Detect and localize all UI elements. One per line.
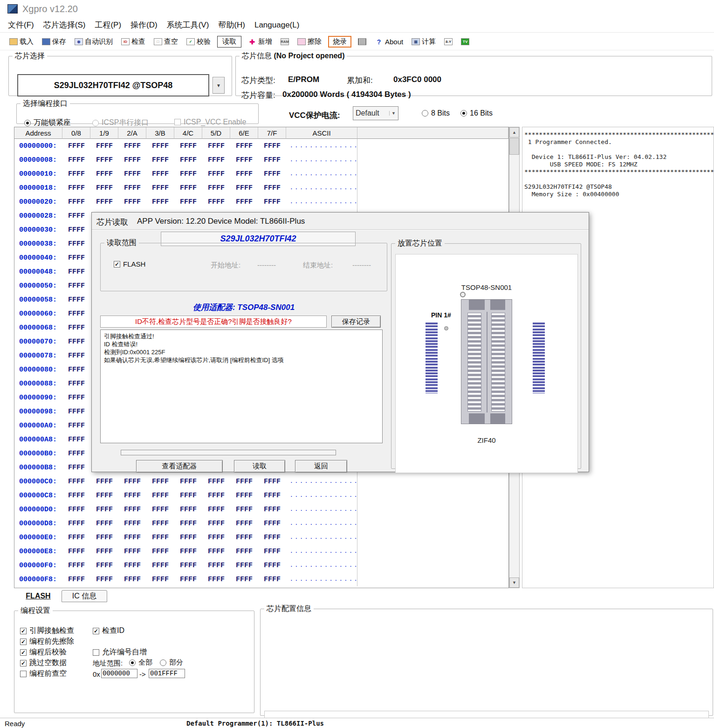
bits-8-radio[interactable]: 8 Bits xyxy=(422,109,450,117)
hex-cell[interactable]: FFFF xyxy=(230,170,258,178)
hex-cell[interactable]: FFFF xyxy=(118,170,146,178)
hex-cell[interactable]: FFFF xyxy=(258,142,286,150)
hex-cell[interactable]: FFFF xyxy=(90,534,118,542)
read-button[interactable]: 读取 xyxy=(217,36,241,48)
menu-item-6[interactable]: 帮助(H) xyxy=(214,18,249,32)
hex-cell[interactable]: FFFF xyxy=(258,492,286,500)
id-check-button[interactable]: ID检查 xyxy=(119,36,147,47)
hex-cell[interactable]: FFFF xyxy=(174,478,202,486)
hex-cell[interactable]: FFFF xyxy=(118,142,146,150)
hex-cell[interactable]: FFFF xyxy=(174,156,202,164)
tab-ic-info[interactable]: IC 信息 xyxy=(62,590,107,602)
skip-blank-data-checkbox[interactable]: 跳过空数据 xyxy=(20,658,67,668)
hex-cell[interactable]: FFFF xyxy=(202,492,230,500)
hex-cell[interactable]: FFFF xyxy=(62,156,90,164)
chip-select-combo[interactable]: S29JL032H70TFI42 @TSOP48 xyxy=(17,74,209,96)
hex-cell[interactable]: FFFF xyxy=(230,520,258,528)
hex-cell[interactable]: FFFF xyxy=(62,548,90,556)
hex-cell[interactable]: FFFF xyxy=(62,422,90,430)
hex-cell[interactable]: FFFF xyxy=(62,254,90,262)
hex-cell[interactable]: FFFF xyxy=(90,142,118,150)
hex-cell[interactable]: FFFF xyxy=(90,506,118,514)
hex-cell[interactable]: FFFF xyxy=(202,142,230,150)
hex-cell[interactable]: FFFF xyxy=(90,478,118,486)
hex-cell[interactable]: FFFF xyxy=(230,562,258,570)
hex-cell[interactable]: FFFF xyxy=(202,520,230,528)
hex-cell[interactable]: FFFF xyxy=(146,520,174,528)
verify-after-program-checkbox[interactable]: 编程后校验 xyxy=(20,647,67,657)
hex-cell[interactable]: FFFF xyxy=(90,184,118,192)
bits-16-radio[interactable]: 16 Bits xyxy=(460,109,493,117)
menu-item-4[interactable]: 操作(D) xyxy=(126,18,162,32)
load-button[interactable]: 载入 xyxy=(7,36,35,47)
blank-check-before-program-checkbox[interactable]: 编程前查空 xyxy=(20,669,67,679)
ram-button[interactable]: RAM xyxy=(279,37,291,46)
hex-cell[interactable]: FFFF xyxy=(146,170,174,178)
hex-cell[interactable]: FFFF xyxy=(258,548,286,556)
hex-cell[interactable]: FFFF xyxy=(118,478,146,486)
hex-cell[interactable]: FFFF xyxy=(174,198,202,206)
hex-cell[interactable]: FFFF xyxy=(174,142,202,150)
save-button[interactable]: 保存 xyxy=(40,36,68,47)
hex-cell[interactable]: FFFF xyxy=(202,156,230,164)
hex-cell[interactable]: FFFF xyxy=(118,198,146,206)
hex-cell[interactable]: FFFF xyxy=(174,492,202,500)
check-id-checkbox[interactable]: 检查ID xyxy=(93,626,124,636)
hex-cell[interactable]: FFFF xyxy=(202,478,230,486)
hex-cell[interactable]: FFFF xyxy=(62,310,90,318)
hex-cell[interactable]: FFFF xyxy=(118,576,146,584)
scroll-up-button[interactable]: ▲ xyxy=(509,127,519,137)
hex-cell[interactable]: FFFF xyxy=(62,240,90,248)
address-to-input[interactable] xyxy=(149,669,185,678)
hex-cell[interactable]: FFFF xyxy=(258,520,286,528)
hex-cell[interactable]: FFFF xyxy=(62,170,90,178)
tab-flash[interactable]: FLASH xyxy=(18,590,59,602)
hex-cell[interactable]: FFFF xyxy=(230,478,258,486)
hex-cell[interactable]: FFFF xyxy=(62,464,90,472)
hex-cell[interactable]: FFFF xyxy=(230,492,258,500)
hex-cell[interactable]: FFFF xyxy=(230,534,258,542)
hex-cell[interactable]: FFFF xyxy=(62,520,90,528)
hex-cell[interactable]: FFFF xyxy=(146,198,174,206)
range-all-radio[interactable]: 全部 xyxy=(129,658,152,667)
hex-cell[interactable]: FFFF xyxy=(202,548,230,556)
add-button[interactable]: ✚新增 xyxy=(246,36,274,47)
hex-cell[interactable]: FFFF xyxy=(230,576,258,584)
hex-cell[interactable]: FFFF xyxy=(258,576,286,584)
hex-cell[interactable]: FFFF xyxy=(146,478,174,486)
pin-contact-check-checkbox[interactable]: 引脚接触检查 xyxy=(20,626,74,636)
menu-item-1[interactable]: 文件(F) xyxy=(4,18,38,32)
hex-cell[interactable]: FFFF xyxy=(174,170,202,178)
blank-check-button[interactable]: □查空 xyxy=(152,36,180,47)
hex-cell[interactable]: FFFF xyxy=(62,282,90,290)
hex-cell[interactable]: FFFF xyxy=(146,184,174,192)
hex-cell[interactable]: FFFF xyxy=(174,548,202,556)
erase-button[interactable]: 擦除 xyxy=(295,36,323,47)
hex-cell[interactable]: FFFF xyxy=(230,156,258,164)
auto-detect-button[interactable]: ◉自动识别 xyxy=(73,36,115,47)
hex-cell[interactable]: FFFF xyxy=(146,142,174,150)
hex-cell[interactable]: FFFF xyxy=(146,534,174,542)
hex-cell[interactable]: FFFF xyxy=(230,184,258,192)
hex-cell[interactable]: FFFF xyxy=(62,226,90,234)
hex-cell[interactable]: FFFF xyxy=(146,576,174,584)
hex-cell[interactable]: FFFF xyxy=(258,184,286,192)
tv-button[interactable]: TV xyxy=(459,37,471,46)
hex-cell[interactable]: FFFF xyxy=(146,492,174,500)
hex-cell[interactable]: FFFF xyxy=(202,198,230,206)
hex-cell[interactable]: FFFF xyxy=(118,492,146,500)
hex-cell[interactable]: FFFF xyxy=(174,184,202,192)
hex-cell[interactable]: FFFF xyxy=(118,562,146,570)
scroll-down-button[interactable]: ▼ xyxy=(509,577,519,588)
hex-cell[interactable]: FFFF xyxy=(202,534,230,542)
hex-cell[interactable]: FFFF xyxy=(258,506,286,514)
hex-cell[interactable]: FFFF xyxy=(202,170,230,178)
hex-cell[interactable]: FFFF xyxy=(90,492,118,500)
hex-cell[interactable]: FFFF xyxy=(90,562,118,570)
hex-cell[interactable]: FFFF xyxy=(62,408,90,416)
calculator-button[interactable]: ▦计算 xyxy=(410,36,438,47)
hex-cell[interactable]: FFFF xyxy=(90,548,118,556)
hex-cell[interactable]: FFFF xyxy=(202,562,230,570)
dialog-read-button[interactable]: 读取 xyxy=(234,460,285,473)
hex-cell[interactable]: FFFF xyxy=(230,198,258,206)
